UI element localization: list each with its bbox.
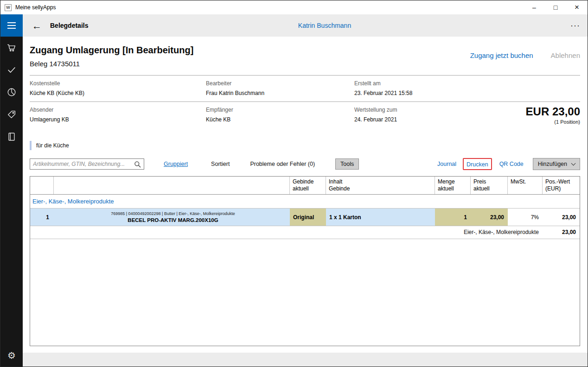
titlebar: W Meine sellyApps – □ × — [0, 0, 588, 14]
settings-gear-icon: ⚙ — [7, 350, 16, 361]
sidebar-item-reports[interactable] — [0, 81, 23, 103]
document-total: EUR 23,00 (1 Position) — [493, 106, 580, 125]
toolbar-right-group: Journal Drucken QR Code Hinzufügen — [437, 158, 580, 170]
cell-menge: 1 — [435, 209, 471, 226]
fields-row-1: Kostenstelle Küche KB (Küche KB) Bearbei… — [30, 76, 580, 101]
col-header-preis: Preisaktuell — [471, 177, 508, 194]
field-erstellt-am: Erstellt am 23. Februar 2021 15:58 — [354, 80, 493, 96]
window-controls: – □ × — [524, 0, 588, 14]
col-header-gebinde: Gebindeaktuell — [290, 177, 326, 194]
cart-icon — [6, 43, 17, 53]
add-button-label: Hinzufügen — [538, 161, 567, 167]
document-actions: Zugang jetzt buchen Ablehnen — [470, 51, 580, 59]
app-window: W Meine sellyApps – □ × ← Belegdetails K… — [0, 0, 588, 367]
article-search — [30, 158, 144, 170]
back-button[interactable]: ← — [32, 21, 42, 31]
field-empfaenger: Empfänger Küche KB — [206, 107, 354, 125]
summary-value: 23,00 — [543, 226, 580, 239]
bottom-strip — [23, 353, 588, 367]
cell-article: 769985 | 04000492002298 | Butter | Eier-… — [54, 209, 290, 226]
content-area: Zugang Umlagerung [In Bearbeitung] Beleg… — [23, 37, 588, 367]
field-value: Küche KB — [206, 116, 354, 123]
positions-table: Gebindeaktuell InhaltGebinde Mengeaktuel… — [30, 176, 580, 346]
cell-position: 1 — [30, 209, 54, 226]
field-value: Küche KB (Küche KB) — [30, 90, 206, 96]
document-header: Zugang Umlagerung [In Bearbeitung] Beleg… — [30, 37, 580, 68]
pie-chart-icon — [6, 87, 17, 97]
field-bearbeiter: Bearbeiter Frau Katrin Buschmann — [206, 80, 354, 96]
field-label: Absender — [30, 107, 206, 113]
field-label: Bearbeiter — [206, 80, 354, 87]
field-value: 23. Februar 2021 15:58 — [354, 90, 493, 96]
document-number: Beleg 14735011 — [30, 60, 580, 68]
window-title: Meine sellyApps — [15, 4, 56, 11]
problems-filter[interactable]: Probleme oder Fehler (0) — [250, 161, 315, 167]
cell-poswert: 23,00 — [543, 209, 580, 226]
col-header-inhalt: InhaltGebinde — [326, 177, 435, 194]
table-header-row: Gebindeaktuell InhaltGebinde Mengeaktuel… — [30, 177, 580, 195]
note-text: für die Küche — [36, 142, 69, 149]
col-header-pos — [30, 177, 54, 194]
summary-label: Eier-, Käse-, Molkereiprodukte — [30, 226, 543, 239]
field-wertstellung: Wertstellung zum 24. Februar 2021 — [354, 107, 493, 125]
field-kostenstelle: Kostenstelle Küche KB (Küche KB) — [30, 80, 206, 96]
print-annotation-box: Drucken — [463, 158, 492, 170]
total-amount: EUR 23,00 — [493, 106, 580, 118]
cell-gebinde: Original — [290, 209, 326, 226]
maximize-button[interactable]: □ — [545, 0, 566, 14]
more-options-button[interactable]: ··· — [570, 24, 580, 28]
field-value: Umlagerung KB — [30, 116, 206, 123]
field-value: Frau Katrin Buschmann — [206, 90, 354, 96]
close-button[interactable]: × — [566, 0, 588, 14]
field-absender: Absender Umlagerung KB — [30, 107, 206, 125]
article-name: BECEL PRO-AKTIV MARG.200X10G — [128, 217, 218, 223]
app-logo-icon: W — [5, 4, 12, 11]
chevron-down-icon — [571, 161, 576, 165]
col-header-article — [54, 177, 290, 194]
field-value: 24. Februar 2021 — [354, 116, 493, 123]
main-area: ⚙ Zugang Umlagerung [In Bearbeitung] Bel… — [0, 37, 588, 367]
sidebar-spacer — [0, 148, 23, 344]
tools-button[interactable]: Tools — [335, 158, 359, 170]
search-input[interactable] — [33, 161, 134, 167]
fields-row-2: Absender Umlagerung KB Empfänger Küche K… — [30, 102, 580, 130]
print-link[interactable]: Drucken — [467, 161, 488, 168]
sorted-toggle[interactable]: Sortiert — [211, 161, 230, 167]
add-button[interactable]: Hinzufügen — [533, 158, 580, 170]
field-label: Erstellt am — [354, 80, 493, 87]
field-label: Kostenstelle — [30, 80, 206, 87]
book-now-link[interactable]: Zugang jetzt buchen — [470, 51, 533, 59]
sidebar: ⚙ — [0, 37, 23, 367]
minimize-button[interactable]: – — [524, 0, 545, 14]
table-row[interactable]: 1 769985 | 04000492002298 | Butter | Eie… — [30, 209, 580, 226]
group-label: Eier-, Käse-, Molkereiprodukte — [30, 195, 580, 208]
search-icon — [134, 161, 141, 168]
col-header-mwst: MwSt. — [508, 177, 543, 194]
checkmark-icon — [6, 65, 17, 75]
sidebar-item-journal[interactable] — [0, 126, 23, 148]
journal-link[interactable]: Journal — [437, 161, 456, 167]
grouped-toggle[interactable]: Gruppiert — [164, 161, 188, 167]
reject-link[interactable]: Ablehnen — [551, 51, 580, 59]
cell-inhalt: 1 x 1 Karton — [326, 209, 435, 226]
col-header-poswert: Pos.-Wert(EUR) — [543, 177, 580, 194]
sidebar-item-prices[interactable] — [0, 103, 23, 126]
tag-icon — [6, 109, 17, 120]
sidebar-item-settings[interactable]: ⚙ — [0, 344, 23, 367]
group-header-row: Eier-, Käse-, Molkereiprodukte — [30, 195, 580, 209]
current-user-link[interactable]: Katrin Buschmann — [298, 22, 351, 29]
note-accent-bar — [30, 141, 32, 150]
page-title: Belegdetails — [50, 22, 88, 29]
sidebar-item-approvals[interactable] — [0, 59, 23, 81]
qr-code-link[interactable]: QR Code — [499, 161, 524, 167]
col-header-menge: Mengeaktuell — [435, 177, 471, 194]
sidebar-item-orders[interactable] — [0, 37, 23, 59]
position-count: (1 Position) — [493, 119, 580, 125]
journal-icon — [6, 132, 17, 142]
document-note: für die Küche — [30, 141, 580, 150]
list-toolbar: Gruppiert Sortiert Probleme oder Fehler … — [30, 158, 580, 170]
cell-preis: 23,00 — [471, 209, 508, 226]
article-meta: 769985 | 04000492002298 | Butter | Eier-… — [111, 211, 235, 216]
hamburger-menu-button[interactable] — [0, 14, 23, 37]
field-label: Wertstellung zum — [354, 107, 493, 113]
